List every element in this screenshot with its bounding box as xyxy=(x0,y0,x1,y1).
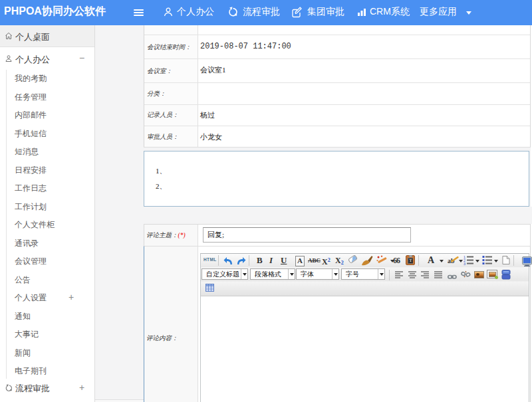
svg-text:3: 3 xyxy=(464,262,466,265)
